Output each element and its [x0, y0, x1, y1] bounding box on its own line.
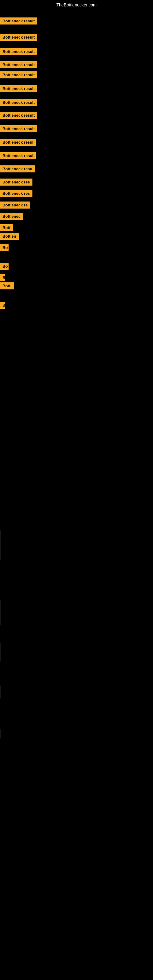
- bottleneck-result-3: Bottleneck result: [0, 48, 37, 56]
- bottleneck-badge-8: Bottleneck result: [0, 112, 37, 119]
- vertical-line-2: [1, 600, 1, 625]
- vertical-line-5: [1, 729, 1, 738]
- bottleneck-result-14: Bottleneck res: [0, 190, 32, 198]
- bottleneck-badge-12: Bottleneck resu: [0, 165, 35, 172]
- bottleneck-badge-15: Bottleneck re: [0, 202, 30, 208]
- bottleneck-badge-1: Bottleneck result: [0, 18, 37, 24]
- bottleneck-badge-13: Bottleneck res: [0, 178, 32, 186]
- bottleneck-result-15: Bottleneck re: [0, 202, 30, 210]
- bottleneck-badge-2: Bottleneck result: [0, 34, 37, 41]
- bottleneck-result-18: Bottlen: [0, 233, 19, 241]
- vertical-line-3: [1, 643, 1, 662]
- bottleneck-result-19: Bo: [0, 244, 9, 252]
- bottleneck-result-23: B: [0, 302, 5, 310]
- bottleneck-badge-14: Bottleneck res: [0, 190, 32, 197]
- bottleneck-badge-3: Bottleneck result: [0, 48, 37, 55]
- bottleneck-result-17: Bott: [0, 224, 13, 232]
- bottleneck-badge-10: Bottleneck resul: [0, 139, 36, 146]
- bottleneck-result-4: Bottleneck result: [0, 61, 37, 70]
- bottleneck-badge-11: Bottleneck resul: [0, 152, 36, 159]
- vertical-line-4: [1, 686, 1, 698]
- bottleneck-result-6: Bottleneck result: [0, 85, 37, 94]
- bottleneck-badge-21: B: [0, 274, 5, 281]
- bottleneck-result-13: Bottleneck res: [0, 178, 32, 187]
- bottleneck-result-21: B: [0, 274, 5, 282]
- bottleneck-result-1: Bottleneck result: [0, 18, 37, 26]
- bottleneck-badge-7: Bottleneck result: [0, 99, 37, 106]
- bottleneck-badge-18: Bottlen: [0, 233, 19, 240]
- bottleneck-badge-16: Bottlenec: [0, 213, 23, 220]
- bottleneck-result-12: Bottleneck resu: [0, 165, 35, 173]
- bottleneck-badge-5: Bottleneck result: [0, 72, 37, 78]
- bottleneck-result-9: Bottleneck result: [0, 125, 37, 134]
- bottleneck-badge-20: Bo: [0, 263, 9, 270]
- bottleneck-result-20: Bo: [0, 263, 9, 271]
- site-title: TheBottlenecker.com: [0, 0, 153, 10]
- bottleneck-badge-19: Bo: [0, 244, 9, 251]
- bottleneck-result-16: Bottlenec: [0, 213, 23, 221]
- bottleneck-badge-23: B: [0, 302, 5, 309]
- bottleneck-result-11: Bottleneck resul: [0, 152, 36, 161]
- bottleneck-result-7: Bottleneck result: [0, 99, 37, 107]
- bottleneck-badge-4: Bottleneck result: [0, 61, 37, 68]
- bottleneck-badge-6: Bottleneck result: [0, 85, 37, 92]
- bottleneck-badge-22: Bottl: [0, 282, 14, 290]
- bottleneck-badge-17: Bott: [0, 224, 13, 231]
- bottleneck-result-2: Bottleneck result: [0, 34, 37, 42]
- vertical-line-1: [1, 530, 1, 560]
- bottleneck-result-22: Bottl: [0, 282, 14, 291]
- bottleneck-result-8: Bottleneck result: [0, 112, 37, 120]
- bottleneck-result-5: Bottleneck result: [0, 72, 37, 80]
- bottleneck-badge-9: Bottleneck result: [0, 125, 37, 132]
- bottleneck-result-10: Bottleneck resul: [0, 139, 36, 147]
